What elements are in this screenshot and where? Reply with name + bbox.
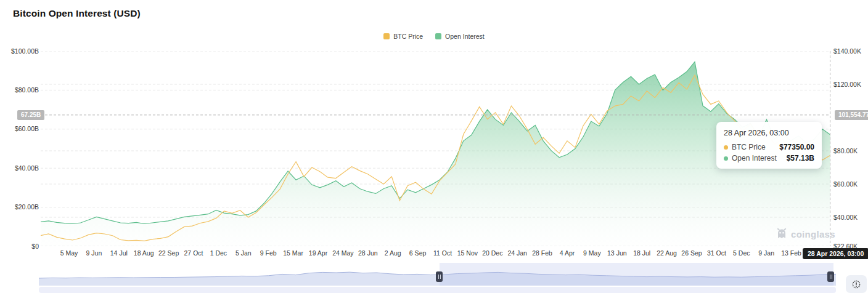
handle-grip-icon bbox=[438, 275, 441, 279]
x-axis-tick-label: 11 Oct bbox=[433, 249, 452, 257]
timer-alert-icon bbox=[851, 279, 861, 289]
x-axis-tick-label: 5 Dec bbox=[733, 249, 750, 257]
left-axis-crosshair-badge: 67.25B bbox=[17, 110, 44, 120]
x-axis-tick-label: 15 Mar bbox=[283, 249, 303, 257]
x-axis-tick-label: 5 Jan bbox=[235, 249, 252, 257]
tooltip-row-btc-price: BTC Price $77350.00 bbox=[724, 143, 814, 151]
tooltip-row-value: $77350.00 bbox=[779, 143, 814, 151]
navigator-handle-left[interactable] bbox=[436, 271, 443, 282]
x-axis-tick-label: 20 Dec bbox=[482, 249, 502, 257]
x-axis-tick-label: 19 Apr bbox=[309, 249, 327, 257]
coinglass-logo-icon bbox=[776, 228, 788, 240]
x-axis-tick-label: 9 Feb bbox=[260, 249, 277, 257]
handle-grip-icon bbox=[830, 275, 832, 279]
tooltip-date: 28 Apr 2026, 03:00 bbox=[724, 129, 814, 137]
x-axis-tick-label: 2 Aug bbox=[385, 249, 401, 257]
open-interest-area bbox=[41, 62, 830, 246]
x-axis-tick-label: 27 Oct bbox=[184, 249, 203, 257]
x-axis-tick-label: 24 May bbox=[332, 249, 353, 257]
right-axis-crosshair-badge: 101,554.77 bbox=[835, 110, 868, 120]
x-axis-tick-label: 9 May bbox=[583, 249, 601, 257]
tooltip-row-label: Open Interest bbox=[732, 154, 777, 163]
btc-price-dot bbox=[724, 145, 728, 150]
x-axis-tick-label: 18 Aug bbox=[134, 249, 154, 257]
navigator-selected-range[interactable] bbox=[440, 263, 833, 286]
x-axis-tick-label: 13 Feb bbox=[781, 249, 801, 257]
chart-panel: { "header": { "title": "Bitcoin Open Int… bbox=[0, 0, 868, 293]
x-axis-tick-label: 22 Aug bbox=[657, 249, 677, 257]
x-axis-tick-label: 28 Feb bbox=[532, 249, 552, 257]
navigator-handle-right[interactable] bbox=[827, 271, 834, 282]
x-axis-tick-label: 4 Apr bbox=[560, 249, 575, 257]
x-axis-tick-label: 26 Sep bbox=[681, 249, 702, 257]
open-interest-dot bbox=[724, 156, 728, 161]
x-axis-tick-label: 15 Nov bbox=[457, 249, 478, 257]
tooltip-row-open-interest: Open Interest $57.13B bbox=[724, 154, 814, 163]
x-axis-crosshair-badge: 28 Apr 2026, 03:00 bbox=[803, 248, 868, 259]
x-axis-tick-label: 13 Jun bbox=[607, 249, 627, 257]
x-axis-tick-label: 9 Jun bbox=[86, 249, 102, 257]
x-axis-tick-label: 1 Dec bbox=[210, 249, 227, 257]
tooltip-row-label: BTC Price bbox=[732, 143, 766, 151]
navigator-scroll-track[interactable] bbox=[39, 287, 836, 293]
x-axis-tick-label: 24 Jan bbox=[507, 249, 527, 257]
watermark: coinglass bbox=[776, 228, 835, 240]
x-axis-tick-label: 28 Jun bbox=[358, 249, 378, 257]
main-chart[interactable] bbox=[41, 51, 830, 246]
x-axis-tick-label: 14 Jul bbox=[110, 249, 128, 257]
x-axis-tick-label: 18 Jul bbox=[633, 249, 650, 257]
x-axis-tick-label: 5 May bbox=[60, 249, 78, 257]
x-axis-tick-label: 9 Jan bbox=[758, 249, 774, 257]
watermark-text: coinglass bbox=[791, 229, 835, 239]
refresh-timer-button[interactable] bbox=[846, 275, 867, 293]
x-axis-tick-label: 22 Sep bbox=[158, 249, 179, 257]
tooltip: 28 Apr 2026, 03:00 BTC Price $77350.00 O… bbox=[716, 122, 822, 169]
tooltip-row-value: $57.13B bbox=[787, 154, 814, 163]
x-axis-tick-label: 31 Oct bbox=[707, 249, 726, 257]
x-axis-tick-label: 6 Sep bbox=[409, 249, 426, 257]
